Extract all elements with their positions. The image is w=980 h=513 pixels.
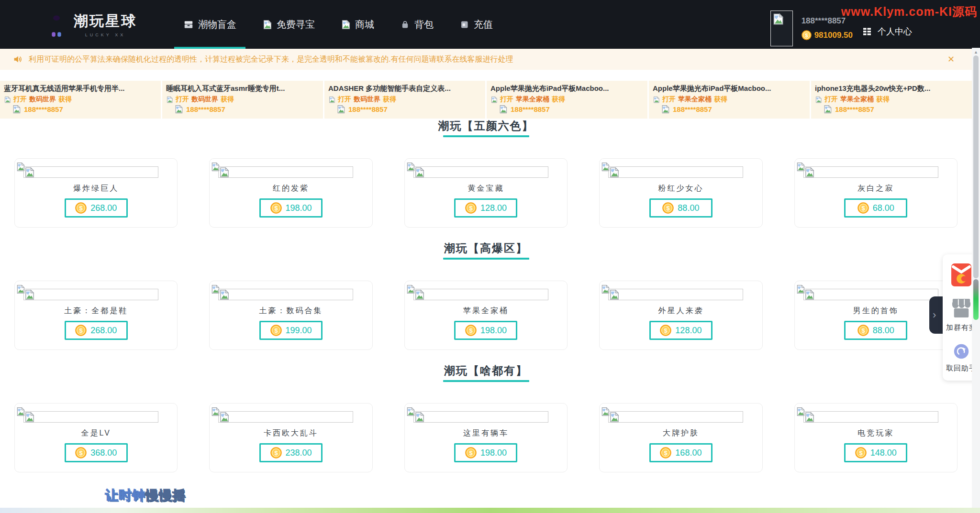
profile-center-button[interactable]: 个人中心 bbox=[861, 26, 912, 37]
ticker-item[interactable]: 睡眠耳机入耳式蓝牙asmr睡觉专用t... 打开 数码世界 获得 188****… bbox=[162, 81, 323, 119]
notice-text: 利用可证明的公平算法来确保随机化过程的透明性，计算过程被完全记录下来，是完全透明… bbox=[29, 55, 513, 65]
red-packet-icon[interactable] bbox=[951, 263, 972, 287]
open-box-price-button[interactable]: 199.00 bbox=[259, 321, 323, 340]
broken-image-icon bbox=[823, 105, 832, 114]
ticker-item[interactable]: iphone13充电器头20w快充+PD数... 打开 苹果全家桶 获得 188… bbox=[811, 81, 972, 119]
ticker-channel: 数码世界 bbox=[191, 95, 218, 104]
blindbox-card[interactable]: 全是LV 368.00 bbox=[14, 403, 178, 472]
nav-item-recharge[interactable]: 充值 bbox=[446, 0, 506, 49]
box-name: 这里有辆车 bbox=[405, 428, 567, 438]
ticker-product-title: iphone13充电器头20w快充+PD数... bbox=[815, 84, 968, 93]
open-box-price-button[interactable]: 88.00 bbox=[844, 321, 907, 340]
box-name: 外星人来袭 bbox=[600, 306, 762, 316]
broken-image-icon bbox=[772, 13, 784, 25]
profile-label: 个人中心 bbox=[878, 26, 912, 37]
broken-image-icon bbox=[336, 105, 345, 114]
ticker-product-title: 睡眠耳机入耳式蓝牙asmr睡觉专用t... bbox=[166, 84, 319, 93]
broken-image-icon bbox=[609, 167, 620, 178]
coin-icon bbox=[660, 325, 671, 336]
close-icon[interactable]: ✕ bbox=[947, 54, 955, 65]
broken-image-icon bbox=[219, 289, 230, 300]
ticker-action: 打开 bbox=[500, 95, 513, 104]
broken-image-icon bbox=[609, 412, 620, 423]
open-box-price-button[interactable]: 128.00 bbox=[649, 321, 713, 340]
logo[interactable]: 潮玩星球 LUCKY XX bbox=[46, 11, 137, 38]
box-name: 全是LV bbox=[15, 428, 177, 438]
box-image-placeholder bbox=[23, 166, 158, 178]
ticker-product-title: Apple苹果抛光布iPad平板Macboo... bbox=[653, 84, 806, 93]
store-icon[interactable] bbox=[950, 298, 972, 318]
box-price: 268.00 bbox=[90, 326, 117, 336]
ticker-action: 打开 bbox=[338, 95, 351, 104]
scrollbar-thumb[interactable] bbox=[973, 55, 979, 278]
broken-image-icon bbox=[804, 412, 815, 423]
coin-icon bbox=[75, 202, 87, 214]
blindbox-card[interactable]: 爆炸绿巨人 268.00 bbox=[14, 158, 178, 228]
blindbox-card[interactable]: 黄金宝藏 128.00 bbox=[404, 158, 568, 228]
nav-item-mall[interactable]: 商城 bbox=[328, 0, 387, 49]
blindbox-card[interactable]: 大牌护肤 168.00 bbox=[599, 403, 762, 472]
vertical-scrollbar[interactable]: ▲ bbox=[972, 48, 980, 508]
blindbox-card[interactable]: 土豪：数码合集 199.00 bbox=[209, 281, 372, 350]
scroll-up-arrow-icon[interactable]: ▲ bbox=[972, 48, 980, 55]
logo-subtitle: LUCKY XX bbox=[85, 33, 125, 37]
box-name: 土豪：全都是鞋 bbox=[15, 306, 177, 316]
scrollbar-green-thumb[interactable] bbox=[973, 279, 979, 320]
open-box-price-button[interactable]: 198.00 bbox=[259, 198, 323, 218]
box-image-placeholder bbox=[608, 289, 743, 300]
open-box-price-button[interactable]: 198.00 bbox=[454, 321, 517, 340]
ticker-user: 188****8857 bbox=[835, 105, 874, 113]
open-box-price-button[interactable]: 68.00 bbox=[844, 198, 907, 218]
avatar[interactable] bbox=[770, 11, 793, 46]
blindbox-card[interactable]: 粉红少女心 88.00 bbox=[599, 158, 762, 228]
ticker-channel: 数码世界 bbox=[354, 95, 380, 104]
open-box-price-button[interactable]: 128.00 bbox=[454, 198, 517, 218]
blindbox-card[interactable]: 土豪：全都是鞋 268.00 bbox=[14, 281, 178, 350]
ticker-item[interactable]: 蓝牙耳机真无线适用苹果手机专用半... 打开 数码世界 获得 188****88… bbox=[0, 81, 161, 119]
open-box-price-button[interactable]: 88.00 bbox=[649, 198, 713, 218]
ticker-result: 获得 bbox=[552, 95, 565, 104]
blindbox-card[interactable]: 灰白之寂 68.00 bbox=[794, 158, 958, 228]
box-grid: 土豪：全都是鞋 268.00 土豪：数码合集 bbox=[14, 281, 958, 350]
open-box-price-button[interactable]: 268.00 bbox=[65, 321, 128, 340]
box-image-placeholder bbox=[23, 411, 158, 423]
ticker-product-title: 蓝牙耳机真无线适用苹果手机专用半... bbox=[4, 84, 157, 93]
coin-icon bbox=[465, 202, 477, 214]
open-box-price-button[interactable]: 238.00 bbox=[259, 443, 323, 462]
horizontal-scrollbar[interactable] bbox=[0, 508, 980, 513]
box-image-placeholder bbox=[218, 166, 353, 178]
open-box-price-button[interactable]: 198.00 bbox=[454, 443, 517, 462]
broken-image-icon bbox=[262, 20, 272, 30]
nav-label: 潮物盲盒 bbox=[198, 18, 236, 31]
ticker-action: 打开 bbox=[13, 95, 27, 104]
open-box-price-button[interactable]: 168.00 bbox=[649, 443, 713, 462]
box-name: 大牌护肤 bbox=[600, 428, 762, 438]
blindbox-card[interactable]: 外星人来袭 128.00 bbox=[599, 281, 762, 350]
blindbox-card[interactable]: 红的发紫 198.00 bbox=[209, 158, 372, 228]
box-image-placeholder bbox=[23, 289, 158, 300]
box-image-placeholder bbox=[608, 166, 743, 178]
nav-item-blindbox[interactable]: 潮物盲盒 bbox=[170, 0, 249, 49]
nav-item-treasure[interactable]: 免费寻宝 bbox=[249, 0, 328, 49]
ticker-item[interactable]: Apple苹果抛光布iPad平板Macboo... 打开 苹果全家桶 获得 18… bbox=[649, 81, 810, 119]
open-box-price-button[interactable]: 368.00 bbox=[65, 443, 128, 462]
ticker-user: 188****8857 bbox=[673, 105, 712, 113]
redo-arrow-icon[interactable] bbox=[954, 344, 969, 359]
ticker-result: 获得 bbox=[876, 95, 890, 104]
ticker-item[interactable]: ADASHER 多功能智能手表自定义表... 打开 数码世界 获得 188***… bbox=[324, 81, 485, 119]
open-box-price-button[interactable]: 268.00 bbox=[65, 198, 128, 218]
open-box-price-button[interactable]: 148.00 bbox=[844, 443, 907, 462]
blindbox-card[interactable]: 电竞玩家 148.00 bbox=[794, 403, 958, 472]
blindbox-card[interactable]: 苹果全家桶 198.00 bbox=[404, 281, 568, 350]
blindbox-card[interactable]: 卡西欧大乱斗 238.00 bbox=[209, 403, 372, 472]
graffiti-watermark-part2: 慢慢摇 bbox=[145, 488, 186, 502]
ticker-result: 获得 bbox=[383, 95, 396, 104]
blindbox-card[interactable]: 这里有辆车 198.00 bbox=[404, 403, 568, 472]
ticker-action: 打开 bbox=[824, 95, 838, 104]
broken-image-icon bbox=[804, 167, 815, 178]
nav-item-backpack[interactable]: 背包 bbox=[387, 0, 446, 49]
box-price: 128.00 bbox=[480, 203, 507, 213]
site-watermark: www.Klym.com-KI源码 bbox=[841, 4, 977, 20]
box-price: 198.00 bbox=[286, 203, 312, 213]
ticker-item[interactable]: Apple苹果抛光布iPad平板Macboo... 打开 苹果全家桶 获得 18… bbox=[487, 81, 647, 119]
